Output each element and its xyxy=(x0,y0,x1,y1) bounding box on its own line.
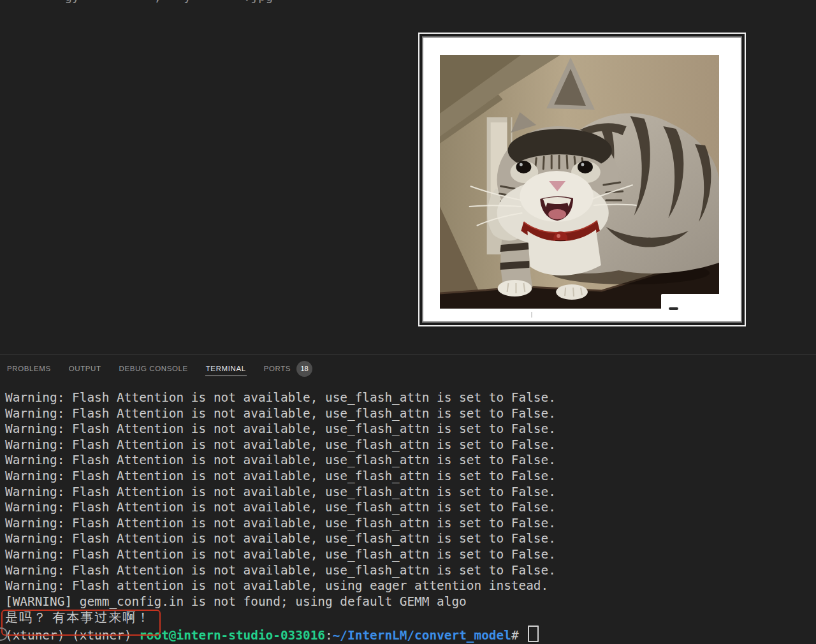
cat-photo xyxy=(440,55,719,309)
terminal-warning-line: Warning: Flash Attention is not availabl… xyxy=(5,563,811,579)
clipped-top-text: gy , y .jpg xyxy=(5,0,273,4)
prompt-user-host: root@intern-studio-033016 xyxy=(139,628,325,643)
terminal-warning-line: Warning: Flash Attention is not availabl… xyxy=(5,421,811,437)
terminal-warning-line: Warning: Flash Attention is not availabl… xyxy=(5,531,811,547)
terminal-warning-line: Warning: Flash Attention is not availabl… xyxy=(5,453,811,469)
tab-problems[interactable]: PROBLEMS xyxy=(6,361,52,376)
matte-tick-mark xyxy=(531,312,532,318)
ports-count-badge: 18 xyxy=(296,361,312,377)
prompt-colon: : xyxy=(325,628,333,643)
terminal-warning-line: Warning: Flash Attention is not availabl… xyxy=(5,485,811,501)
photo-white-matte xyxy=(422,36,742,323)
terminal-warning-line: Warning: Flash Attention is not availabl… xyxy=(5,390,811,406)
tab-debug-console[interactable]: DEBUG CONSOLE xyxy=(119,361,189,376)
watermark-smudge xyxy=(669,307,678,310)
terminal-warning-line: Warning: Flash Attention is not availabl… xyxy=(5,516,811,532)
terminal-gemm-line: [WARNING] gemm_config.in is not found; u… xyxy=(5,594,811,610)
watermark-cover-patch xyxy=(661,294,724,312)
terminal-prompt-line: (xtuner) (xtuner) root@intern-studio-033… xyxy=(5,626,811,641)
terminal-warning-line: Warning: Flash Attention is not availabl… xyxy=(5,406,811,422)
terminal-warning-line: Warning: Flash Attention is not availabl… xyxy=(5,437,811,453)
terminal-warning-line: Warning: Flash Attention is not availabl… xyxy=(5,469,811,485)
model-reply-line: 是吗？ 有本事过来啊！ xyxy=(5,610,811,626)
tab-terminal[interactable]: TERMINAL xyxy=(205,361,247,376)
prompt-working-dir: ~/InternLM/convert_model xyxy=(333,628,511,643)
tab-ports[interactable]: PORTS 18 xyxy=(263,357,313,381)
image-preview-frame xyxy=(418,33,746,326)
warning-lines: Warning: Flash Attention is not availabl… xyxy=(5,390,811,578)
prompt-env: (xtuner) (xtuner) xyxy=(5,628,139,643)
panel-tab-bar: PROBLEMS OUTPUT DEBUG CONSOLE TERMINAL P… xyxy=(6,358,313,379)
terminal-eager-line: Warning: Flash attention is not availabl… xyxy=(5,578,811,594)
tab-output[interactable]: OUTPUT xyxy=(68,361,102,376)
panel-divider xyxy=(0,355,816,355)
terminal-warning-line: Warning: Flash Attention is not availabl… xyxy=(5,547,811,563)
terminal-warning-line: Warning: Flash Attention is not availabl… xyxy=(5,500,811,516)
prompt-hash: # xyxy=(511,628,526,643)
terminal-cursor[interactable] xyxy=(528,626,539,642)
tab-ports-label: PORTS xyxy=(264,365,291,372)
terminal-output[interactable]: Warning: Flash Attention is not availabl… xyxy=(5,390,811,641)
